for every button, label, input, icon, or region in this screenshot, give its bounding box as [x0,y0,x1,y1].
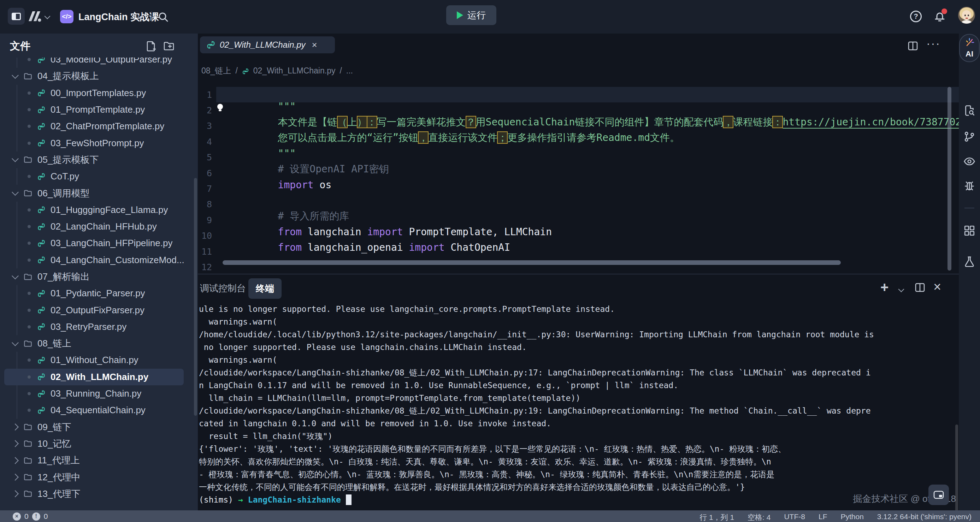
status-item[interactable]: 空格: 4 [748,512,770,522]
logo-chevron-icon[interactable] [45,13,51,19]
tree-row[interactable]: 03_Running_Chain.py [0,385,198,402]
tree-row[interactable]: 04_SequentialChain.py [0,402,198,419]
editor-vscrollbar[interactable] [948,87,951,271]
new-terminal-button[interactable]: + [880,279,888,295]
line-number: 1 [198,90,212,100]
status-item[interactable]: 3.12.2 64-bit ('shims': pyenv) [877,512,972,522]
sidebar-scrollbar[interactable] [194,178,197,416]
marscode-logo[interactable] [27,9,42,23]
folder-icon [23,339,32,348]
split-editor-icon[interactable] [907,41,918,51]
status-item[interactable]: UTF-8 [784,512,805,522]
tree-row[interactable]: 05_提示模板下 [0,152,198,168]
run-button[interactable]: 运行 [446,5,496,25]
search-icon[interactable] [158,11,169,22]
tree-item-label: 13_代理下 [37,488,80,500]
tree-row[interactable]: 06_调用模型 [0,185,198,202]
chevron-icon [12,424,19,430]
tree-row[interactable]: 10_记忆 [0,435,198,452]
file-bullet [27,259,31,262]
search-in-files-icon[interactable] [963,104,976,117]
breadcrumb-folder[interactable]: 08_链上 [201,65,231,76]
tree-row[interactable]: 02_OutputFixParser.py [0,301,198,318]
code-token: ： [773,116,783,128]
tree-row[interactable]: 01_Pydantic_Parser.py [0,285,198,301]
tree-item-label: 03_Running_Chain.py [51,388,141,399]
terminal-prompt[interactable]: (shims) → LangChain-shizhanke [199,493,954,506]
file-bullet [27,392,31,395]
tree-item-label: 03_ModelIO_OutputParser.py [51,57,172,65]
file-bullet [27,241,31,245]
breadcrumb[interactable]: 08_链上 / 02_With_LLMChain.py / ... [201,65,353,76]
tree-row[interactable]: CoT.py [0,168,198,185]
tree-row[interactable]: 03_ModelIO_OutputParser.py [0,57,198,68]
tree-row[interactable]: 07_解析输出 [0,268,198,285]
new-file-icon[interactable] [146,41,156,52]
lightbulb-icon[interactable] [215,103,225,113]
breadcrumb-more[interactable]: ... [346,66,353,76]
bug-icon[interactable] [963,180,976,192]
flask-icon[interactable] [963,255,976,268]
project-name[interactable]: LangChain 实战课 [78,11,159,23]
tree-row[interactable]: 04_LangChain_CustomizeMod... [0,252,198,268]
tree-row[interactable]: 02_LangChain_HFHub.py [0,218,198,235]
terminal-output[interactable]: ule is no longer supported. Please use l… [199,303,954,510]
source-control-icon[interactable] [963,130,976,143]
tree-item-label: 04_SequentialChain.py [51,405,146,416]
tree-row[interactable]: 12_代理中 [0,469,198,485]
new-folder-icon[interactable] [163,41,175,51]
folder-icon [23,473,32,482]
tree-row[interactable]: 02_With_LLMChain.py [4,369,184,385]
editor-hscrollbar[interactable] [223,260,841,265]
tree-row[interactable]: 01_PromptTemplate.py [0,102,198,118]
status-item[interactable]: 行 1，列 1 [700,512,734,522]
floating-panel-button[interactable] [928,485,949,505]
editor-tab[interactable]: 02_With_LLMChain.py × [200,36,335,53]
tree-row[interactable]: 08_链上 [0,335,198,352]
tree-row[interactable]: 13_代理下 [0,486,198,502]
breadcrumb-file[interactable]: 02_With_LLMChain.py [253,66,336,76]
ai-assistant-button[interactable]: AI [959,34,980,62]
line-number: 7 [198,184,212,194]
terminal-cursor [346,495,352,505]
extensions-icon[interactable] [963,224,976,237]
more-actions-icon[interactable]: ··· [926,36,940,50]
tree-row[interactable]: 01_HugggingFace_Llama.py [0,202,198,218]
line-number: 8 [198,199,212,209]
terminal-dropdown-icon[interactable] [898,286,904,292]
file-tree[interactable]: 03_ModelIO_OutputParser.py 04_提示模板上 00_I… [0,57,198,510]
tree-row[interactable]: 00_ImportTemplates.py [0,85,198,102]
close-icon[interactable]: × [312,40,317,51]
problems-summary[interactable]: × 0 ! 0 [13,512,48,520]
file-bullet [27,142,31,145]
chevron-icon [12,440,19,447]
file-bullet [27,108,31,111]
tree-row[interactable]: 11_代理上 [0,452,198,469]
tree-row[interactable]: 03_LangChain_HFPipeline.py [0,235,198,251]
close-panel-icon[interactable]: × [933,279,941,295]
tree-item-label: 01_PromptTemplate.py [51,104,145,115]
code-editor[interactable]: 1 """ 2 本文件是【链（上）：写一篇完美鲜花推文？用SequencialC… [198,87,959,274]
sidebar-toggle-button[interactable] [8,8,25,25]
file-bullet [27,92,31,95]
split-terminal-icon[interactable] [914,282,926,293]
notifications-button[interactable] [933,10,946,23]
code-token: 更多操作指引请参考Readme.md文件。 [508,132,680,143]
tree-row[interactable]: 01_Without_Chain.py [0,352,198,368]
avatar[interactable] [958,7,975,24]
python-file-icon [37,322,46,331]
tree-row[interactable]: 03_RetryParser.py [0,319,198,335]
tab-terminal[interactable]: 终端 [248,278,282,299]
tree-row[interactable]: 09_链下 [0,419,198,435]
help-button[interactable]: ? [910,11,922,22]
tree-item-label: 02_LangChain_HFHub.py [51,221,157,232]
status-item[interactable]: Python [840,512,864,522]
tree-row[interactable]: 02_ChatPromptTemplate.py [0,118,198,135]
status-item[interactable]: LF [819,512,827,522]
tab-debug-console[interactable]: 调试控制台 [200,282,246,295]
tree-row[interactable]: 03_FewShotPrompt.py [0,135,198,151]
chevron-icon [12,490,19,497]
eye-icon[interactable] [963,155,976,168]
tree-item-label: 05_提示模板下 [37,154,99,166]
tree-row[interactable]: 04_提示模板上 [0,68,198,84]
